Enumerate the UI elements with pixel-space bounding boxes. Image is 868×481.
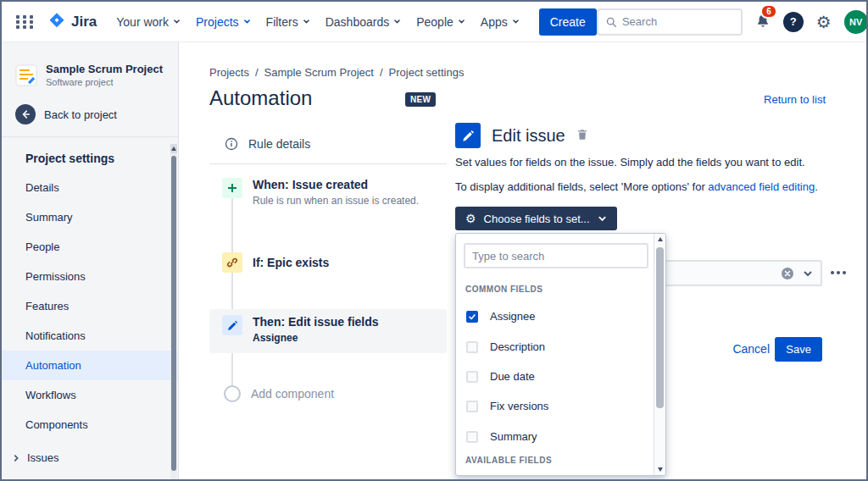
global-search — [597, 8, 743, 36]
topbar-actions: 6 ? ⚙ NV — [597, 8, 868, 36]
field-option-fix-versions[interactable]: Fix versions — [466, 400, 548, 412]
sidebar-item-details[interactable]: Details — [2, 173, 178, 202]
jira-logo-icon — [47, 11, 66, 33]
return-to-list-link[interactable]: Return to list — [764, 93, 826, 106]
new-badge: NEW — [405, 92, 436, 107]
chevron-down-icon — [173, 18, 181, 25]
edit-issue-description: Set values for fields on the issue. Simp… — [455, 156, 805, 169]
sidebar-item-issues[interactable]: Issues — [2, 443, 178, 473]
sidebar-section-title: Project settings — [2, 137, 178, 173]
fields-dropdown: COMMON FIELDS Assignee Description Due d… — [455, 233, 666, 476]
available-fields-header: AVAILABLE FIELDS — [465, 456, 552, 465]
sidebar-item-summary[interactable]: Summary — [2, 202, 178, 232]
sidebar-item-notifications[interactable]: Notifications — [2, 321, 178, 351]
chevron-right-icon — [12, 454, 20, 462]
info-icon — [225, 137, 238, 151]
app-name: Jira — [71, 14, 97, 30]
scroll-up-arrow-icon[interactable] — [654, 234, 665, 245]
more-options-icon[interactable] — [827, 268, 849, 278]
chevron-down-icon — [458, 18, 465, 25]
breadcrumb-project[interactable]: Sample Scrum Project — [264, 66, 374, 79]
back-arrow-icon — [15, 104, 36, 124]
edit-issue-header: Edit issue — [455, 123, 588, 148]
nav-apps[interactable]: Apps — [473, 10, 527, 34]
settings-gear-icon[interactable]: ⚙ — [816, 14, 832, 30]
app-switcher-icon[interactable] — [12, 11, 39, 33]
breadcrumb-projects[interactable]: Projects — [209, 66, 249, 79]
breadcrumb-separator: / — [380, 66, 383, 79]
project-type: Software project — [46, 77, 163, 87]
rule-step-condition[interactable]: If: Epic exists — [222, 252, 329, 273]
checkbox-checked-icon[interactable] — [466, 311, 478, 323]
breadcrumb-settings[interactable]: Project settings — [389, 66, 465, 79]
trash-icon — [576, 129, 588, 141]
rule-step-action[interactable]: Then: Edit issue fields Assignee — [222, 315, 379, 344]
jira-logo[interactable]: Jira — [47, 11, 97, 33]
create-button[interactable]: Create — [539, 8, 597, 36]
chevron-down-icon — [512, 18, 520, 25]
field-option-assignee[interactable]: Assignee — [466, 310, 535, 323]
jira-window: Jira Your work Projects Filters Dashboar… — [0, 0, 868, 481]
rule-divider — [209, 163, 447, 164]
dropdown-search-input[interactable] — [464, 243, 648, 268]
chevron-down-icon — [598, 214, 607, 224]
nav-filters[interactable]: Filters — [259, 10, 318, 34]
pencil-action-icon — [222, 315, 242, 335]
clear-icon[interactable] — [781, 267, 794, 280]
rule-step-trigger[interactable]: When: Issue created Rule is run when an … — [222, 178, 419, 207]
search-input[interactable] — [622, 15, 733, 28]
notifications-button[interactable]: 6 — [755, 11, 771, 32]
field-option-summary[interactable]: Summary — [466, 430, 537, 443]
add-component-row[interactable]: Add component — [224, 385, 334, 402]
sidebar-item-permissions[interactable]: Permissions — [2, 262, 178, 291]
notification-count-badge: 6 — [760, 4, 777, 19]
scroll-down-arrow-icon[interactable] — [654, 464, 665, 475]
breadcrumb: Projects / Sample Scrum Project / Projec… — [209, 66, 464, 79]
sidebar-item-features[interactable]: Features — [2, 291, 178, 321]
sidebar-item-components[interactable]: Components — [2, 410, 178, 440]
choose-fields-button[interactable]: ⚙ Choose fields to set... — [455, 207, 617, 230]
project-header: Sample Scrum Project Software project — [2, 42, 178, 97]
sidebar-item-automation[interactable]: Automation — [2, 351, 178, 380]
common-fields-header: COMMON FIELDS — [465, 285, 543, 294]
advanced-field-editing-link[interactable]: advanced field editing — [708, 180, 815, 193]
dropdown-scrollbar-thumb[interactable] — [656, 247, 664, 408]
scroll-up-arrow-icon[interactable] — [170, 144, 177, 153]
breadcrumb-separator: / — [255, 66, 259, 79]
sidebar-scrollbar[interactable] — [170, 144, 177, 479]
checkbox-icon[interactable] — [466, 401, 478, 412]
chevron-down-icon — [243, 18, 251, 25]
project-name: Sample Scrum Project — [46, 63, 163, 75]
link-condition-icon — [222, 252, 242, 273]
empty-circle-icon — [224, 385, 241, 402]
edit-issue-more-info: To display additional fields, select 'Mo… — [455, 180, 818, 193]
rule-details-row[interactable]: Rule details — [225, 137, 310, 151]
cancel-button[interactable]: Cancel — [732, 342, 770, 356]
nav-people[interactable]: People — [409, 10, 473, 34]
project-sidebar: Sample Scrum Project Software project Ba… — [2, 42, 179, 479]
delete-action-button[interactable] — [576, 127, 588, 144]
sidebar-item-workflows[interactable]: Workflows — [2, 380, 178, 410]
help-button[interactable]: ? — [783, 12, 804, 32]
checkbox-icon[interactable] — [466, 431, 478, 443]
field-option-description[interactable]: Description — [466, 340, 545, 353]
save-button[interactable]: Save — [775, 337, 822, 362]
project-avatar-icon — [15, 64, 37, 86]
chevron-down-icon — [303, 18, 310, 25]
nav-your-work[interactable]: Your work — [108, 10, 188, 34]
nav-dashboards[interactable]: Dashboards — [318, 10, 409, 34]
chevron-down-icon[interactable] — [803, 268, 813, 279]
user-avatar[interactable]: NV — [844, 10, 868, 34]
sidebar-item-people[interactable]: People — [2, 232, 178, 262]
page-title: Automation — [209, 86, 312, 110]
main-content: Projects / Sample Scrum Project / Projec… — [180, 42, 866, 479]
back-to-project[interactable]: Back to project — [2, 97, 178, 136]
field-option-due-date[interactable]: Due date — [466, 370, 535, 383]
nav-projects[interactable]: Projects — [188, 10, 259, 34]
dropdown-scrollbar[interactable] — [654, 234, 665, 475]
sidebar-scrollbar-thumb[interactable] — [171, 156, 176, 471]
checkbox-icon[interactable] — [466, 371, 478, 383]
checkbox-icon[interactable] — [466, 341, 478, 353]
question-mark-icon: ? — [790, 15, 797, 28]
primary-nav: Your work Projects Filters Dashboards Pe… — [108, 10, 526, 34]
